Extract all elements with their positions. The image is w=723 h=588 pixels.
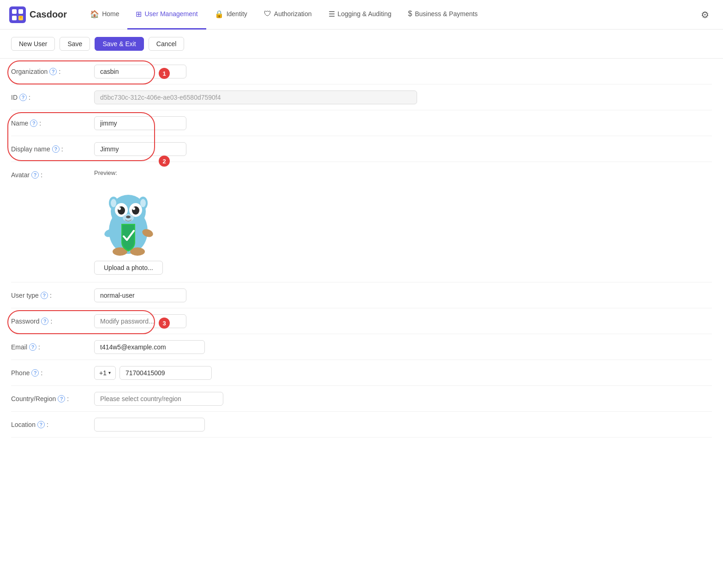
email-help-icon[interactable]: ? xyxy=(29,343,36,351)
svg-point-11 xyxy=(140,199,146,207)
organization-label: Organization ? : xyxy=(11,68,94,75)
dollar-icon: $ xyxy=(408,10,412,18)
display-name-help-icon[interactable]: ? xyxy=(52,145,60,153)
shield-icon: 🛡 xyxy=(264,10,271,18)
organization-help-icon[interactable]: ? xyxy=(49,68,57,75)
logo-icon xyxy=(9,6,26,23)
phone-code-text: +1 xyxy=(99,369,107,377)
nav-item-home[interactable]: 🏠 Home xyxy=(82,0,127,30)
new-user-button[interactable]: New User xyxy=(11,37,55,51)
upload-photo-button[interactable]: Upload a photo... xyxy=(94,261,163,275)
display-name-label: Display name ? : xyxy=(11,145,94,153)
svg-rect-3 xyxy=(12,16,17,20)
gopher-svg xyxy=(96,180,161,256)
nav-item-identity[interactable]: 🔒 Identity xyxy=(206,0,256,30)
name-row: Name ? : xyxy=(11,110,712,136)
save-exit-button[interactable]: Save & Exit xyxy=(95,37,143,51)
phone-row: Phone ? : +1 ▾ xyxy=(11,360,712,386)
email-input[interactable] xyxy=(94,340,205,354)
organization-input[interactable] xyxy=(94,65,186,78)
grid-icon: ⊞ xyxy=(136,10,142,18)
user-type-row: User type ? : xyxy=(11,282,712,308)
logo[interactable]: Casdoor xyxy=(9,6,67,23)
email-row: Email ? : xyxy=(11,334,712,360)
organization-row: Organization ? : xyxy=(11,59,712,84)
settings-icon[interactable]: ⚙ xyxy=(696,9,714,20)
location-row: Location ? : xyxy=(11,412,712,438)
country-row: Country/Region ? : xyxy=(11,386,712,412)
country-help-icon[interactable]: ? xyxy=(58,395,65,402)
nav-item-authorization[interactable]: 🛡 Authorization xyxy=(256,0,320,30)
phone-number-input[interactable] xyxy=(120,366,212,380)
display-name-row: Display name ? : xyxy=(11,136,712,162)
display-name-input[interactable] xyxy=(94,142,186,156)
phone-chevron-icon: ▾ xyxy=(108,370,111,375)
id-row: ID ? : xyxy=(11,84,712,110)
cancel-button[interactable]: Cancel xyxy=(149,37,185,51)
id-input xyxy=(94,90,417,104)
preview-label: Preview: xyxy=(94,169,117,176)
form-container: Organization ? : 1 ID ? : Name ? : xyxy=(0,59,723,456)
svg-point-16 xyxy=(118,207,121,210)
id-help-icon[interactable]: ? xyxy=(19,94,27,101)
nav-item-business[interactable]: $ Business & Payments xyxy=(400,0,486,30)
name-label: Name ? : xyxy=(11,120,94,127)
id-label: ID ? : xyxy=(11,94,94,101)
name-help-icon[interactable]: ? xyxy=(30,120,37,127)
svg-point-19 xyxy=(126,216,131,218)
avatar-help-icon[interactable]: ? xyxy=(31,171,39,179)
home-icon: 🏠 xyxy=(90,10,99,18)
gopher-preview: Upload a photo... xyxy=(94,180,163,275)
svg-point-9 xyxy=(111,199,116,207)
lock-icon: 🔒 xyxy=(215,10,224,18)
save-button[interactable]: Save xyxy=(60,37,90,51)
phone-help-icon[interactable]: ? xyxy=(31,369,39,377)
list-icon: ☰ xyxy=(329,10,335,18)
svg-rect-1 xyxy=(12,9,17,14)
country-input[interactable] xyxy=(94,392,223,406)
nav-items: 🏠 Home ⊞ User Management 🔒 Identity 🛡 Au… xyxy=(82,0,696,30)
email-label: Email ? : xyxy=(11,343,94,351)
password-input[interactable] xyxy=(94,314,186,328)
phone-code-selector[interactable]: +1 ▾ xyxy=(94,366,116,380)
password-label: Password ? : xyxy=(11,318,94,325)
svg-point-17 xyxy=(132,207,135,210)
nav-item-user-management[interactable]: ⊞ User Management xyxy=(127,0,206,30)
name-input[interactable] xyxy=(94,116,186,130)
location-input[interactable] xyxy=(94,418,205,432)
user-type-help-icon[interactable]: ? xyxy=(41,292,48,299)
navbar: Casdoor 🏠 Home ⊞ User Management 🔒 Ident… xyxy=(0,0,723,30)
toolbar: New User Save Save & Exit Cancel xyxy=(0,30,723,59)
location-help-icon[interactable]: ? xyxy=(37,421,45,428)
svg-rect-2 xyxy=(18,9,23,14)
user-type-label: User type ? : xyxy=(11,292,94,299)
password-row: Password ? : xyxy=(11,308,712,334)
phone-label: Phone ? : xyxy=(11,369,94,377)
user-type-input[interactable] xyxy=(94,288,186,302)
country-label: Country/Region ? : xyxy=(11,395,94,402)
nav-item-logging[interactable]: ☰ Logging & Auditing xyxy=(320,0,400,30)
logo-text: Casdoor xyxy=(30,9,67,20)
avatar-label: Avatar ? : xyxy=(11,171,94,179)
location-label: Location ? : xyxy=(11,421,94,428)
svg-rect-0 xyxy=(9,6,26,23)
phone-input-group: +1 ▾ xyxy=(94,366,212,380)
avatar-row: Avatar ? : Preview: xyxy=(11,162,712,282)
password-help-icon[interactable]: ? xyxy=(41,318,48,325)
